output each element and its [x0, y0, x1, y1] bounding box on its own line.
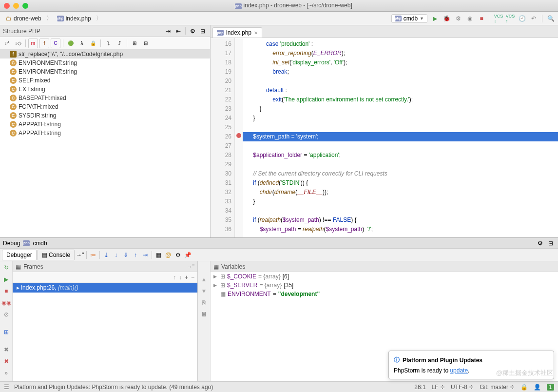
- down-arrow-icon[interactable]: ▼: [201, 288, 207, 294]
- structure-tree[interactable]: f str_replace("\\", "/...core/CodeIgnite…: [0, 50, 210, 237]
- code-line[interactable]: case 'production' :: [243, 39, 558, 49]
- breakpoint-slot[interactable]: [235, 121, 243, 131]
- variable-row[interactable]: ▦ ENVIRONMENT = "development": [211, 290, 558, 298]
- breadcrumb-file[interactable]: php index.php: [54, 14, 94, 23]
- close-window-button[interactable]: [4, 3, 10, 9]
- variable-row[interactable]: ▶⊞ $_SERVER = {array} [35]: [211, 281, 558, 290]
- code-line[interactable]: error_reporting(E_ERROR);: [243, 49, 558, 58]
- code-line[interactable]: if (defined('STDIN')) {: [243, 178, 558, 188]
- sort-visibility-icon[interactable]: ↓◇: [13, 39, 23, 48]
- filter-inherited-icon[interactable]: 🟢: [66, 39, 76, 48]
- vcs-update-button[interactable]: VCS↓: [494, 14, 503, 23]
- run-to-cursor-icon[interactable]: ⇥: [141, 251, 150, 259]
- code-line[interactable]: }: [243, 104, 558, 114]
- layout-icon[interactable]: ⊞: [2, 328, 11, 336]
- lock-icon[interactable]: 🔒: [520, 384, 528, 391]
- force-step-into-icon[interactable]: ⇓: [121, 251, 130, 259]
- stack-frame[interactable]: ▸ index.php:26, {main}(): [13, 283, 197, 293]
- status-icon[interactable]: ☰: [4, 384, 9, 391]
- structure-root[interactable]: f str_replace("\\", "/...core/CodeIgnite…: [0, 50, 210, 59]
- code-line[interactable]: break;: [243, 67, 558, 77]
- cursor-position[interactable]: 26:1: [414, 384, 425, 391]
- settings-icon[interactable]: ⚙: [536, 239, 544, 248]
- structure-item[interactable]: CENVIRONMENT:string: [0, 67, 210, 76]
- code-line[interactable]: exit('The application environment is not…: [243, 95, 558, 104]
- collapse-all-icon[interactable]: ⊟: [141, 39, 151, 48]
- structure-item[interactable]: CSYSDIR:string: [0, 111, 210, 120]
- step-into-icon[interactable]: ↓: [112, 251, 120, 259]
- add-frame-icon[interactable]: +: [185, 274, 188, 281]
- structure-item[interactable]: CAPPPATH:string: [0, 129, 210, 137]
- breakpoint-slot[interactable]: [235, 177, 243, 186]
- breadcrumb-project[interactable]: 🗀 drone-web: [3, 14, 44, 23]
- watch-icon[interactable]: @: [164, 251, 173, 259]
- minimize-window-button[interactable]: [13, 3, 19, 9]
- update-link[interactable]: update: [450, 367, 468, 374]
- code-line[interactable]: [243, 77, 558, 86]
- breakpoint-slot[interactable]: [235, 149, 243, 158]
- step-over-icon[interactable]: ⤓: [102, 251, 111, 259]
- show-fields-icon[interactable]: f: [39, 39, 49, 48]
- code-line[interactable]: }: [243, 114, 558, 123]
- breakpoint-slot[interactable]: [235, 94, 243, 103]
- search-everywhere-button[interactable]: 🔍: [546, 14, 555, 23]
- calc-icon[interactable]: 🖩: [201, 311, 207, 318]
- structure-item[interactable]: CFCPATH:mixed: [0, 102, 210, 111]
- breakpoint-slot[interactable]: [235, 158, 243, 168]
- show-constants-icon[interactable]: C: [51, 39, 60, 48]
- settings-icon[interactable]: ⚙: [188, 27, 197, 36]
- prev-frame-icon[interactable]: ↑: [173, 274, 176, 281]
- code-line[interactable]: [243, 160, 558, 169]
- expand-arrow-icon[interactable]: ▶: [213, 283, 218, 288]
- thread-dump-icon[interactable]: →": [76, 251, 84, 259]
- sort-alpha-icon[interactable]: ↓ᴬ: [2, 39, 12, 48]
- breakpoint-slot[interactable]: [235, 112, 243, 121]
- resume-icon[interactable]: ▶: [2, 275, 11, 284]
- mute-breakpoints-icon[interactable]: ⊘: [2, 310, 11, 319]
- code-line[interactable]: if (realpath($system_path) !== FALSE) {: [243, 216, 558, 225]
- structure-item[interactable]: CENVIRONMENT:string: [0, 59, 210, 67]
- coverage-button[interactable]: ⚙: [454, 14, 462, 23]
- structure-item[interactable]: CBASEPATH:mixed: [0, 94, 210, 102]
- hide-panel-icon[interactable]: ⊟: [546, 239, 555, 248]
- close-tab-icon[interactable]: ✕: [254, 30, 258, 36]
- run-configuration-selector[interactable]: php cmdb ▼: [391, 14, 427, 23]
- structure-item[interactable]: CEXT:string: [0, 85, 210, 94]
- hide-panel-icon[interactable]: ⊟: [198, 27, 207, 36]
- breakpoint-slot[interactable]: [235, 103, 243, 112]
- breakpoint-slot[interactable]: [235, 214, 243, 223]
- code-line[interactable]: [243, 123, 558, 132]
- maximize-window-button[interactable]: [22, 3, 28, 9]
- breakpoint-slot[interactable]: [235, 186, 243, 196]
- debugger-tab[interactable]: Debugger: [2, 250, 37, 260]
- code-line[interactable]: [243, 141, 558, 151]
- breakpoint-slot[interactable]: [235, 84, 243, 94]
- revert-button[interactable]: ↶: [529, 14, 538, 23]
- code-line[interactable]: $system_path = 'system';: [243, 132, 558, 141]
- breakpoint-slot[interactable]: [235, 75, 243, 84]
- rerun-icon[interactable]: ↻: [2, 263, 11, 272]
- profile-button[interactable]: ◉: [465, 14, 474, 23]
- expand-icon[interactable]: ⇤: [174, 27, 183, 36]
- autoscroll-from-icon[interactable]: ⤴: [115, 39, 124, 48]
- pin-tab-icon[interactable]: 📌: [183, 251, 192, 259]
- breakpoint-slot[interactable]: [235, 196, 243, 205]
- code-line[interactable]: $system_path = realpath($system_path) '/…: [243, 225, 558, 234]
- autoscroll-to-icon[interactable]: ⤵: [103, 39, 113, 48]
- bg-processes[interactable]: 1: [547, 384, 554, 391]
- breakpoint-slot[interactable]: [235, 140, 243, 149]
- breakpoint-slot[interactable]: [235, 38, 243, 47]
- run-button[interactable]: ▶: [430, 14, 439, 23]
- code-line[interactable]: ini_set('display_errors', 'Off');: [243, 58, 558, 67]
- vcs-history-button[interactable]: 🕘: [518, 14, 526, 23]
- expand-arrow-icon[interactable]: ▶: [213, 274, 218, 279]
- breakpoint-slot[interactable]: [235, 223, 243, 233]
- debug-button[interactable]: 🐞: [442, 14, 451, 23]
- show-exec-point-icon[interactable]: ≔: [89, 251, 97, 259]
- code-line[interactable]: // Set the current directory correctly f…: [243, 169, 558, 178]
- more-icon[interactable]: »: [2, 369, 11, 377]
- restore-layout-icon[interactable]: ✖: [2, 345, 11, 354]
- code-editor[interactable]: 1617181920212223242526272829303132333435…: [211, 38, 558, 237]
- filter-anon-icon[interactable]: λ: [77, 39, 87, 48]
- code-line[interactable]: default :: [243, 86, 558, 95]
